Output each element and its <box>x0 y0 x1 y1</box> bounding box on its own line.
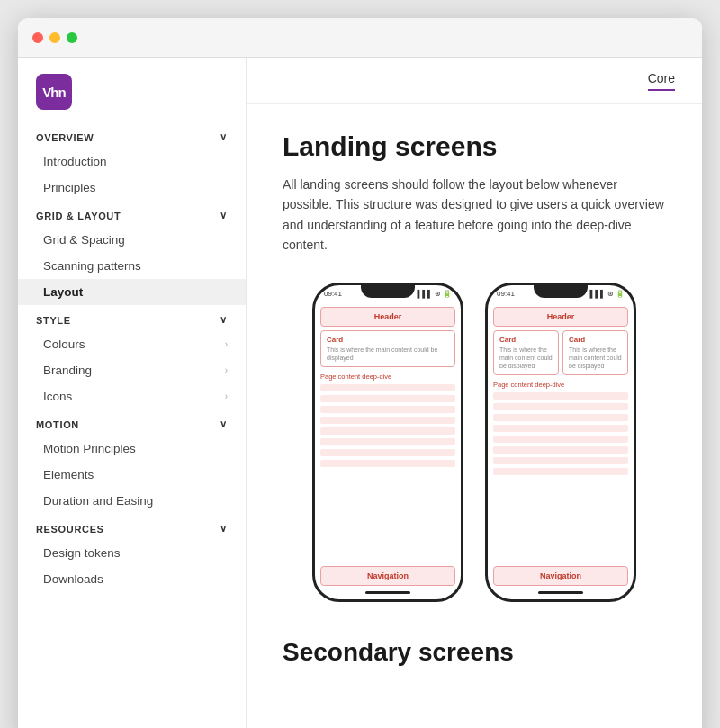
content-line <box>493 468 628 475</box>
chevron-right-icon: › <box>225 391 228 401</box>
phone2-header: Header <box>493 307 628 327</box>
content-line <box>493 457 628 464</box>
content-line <box>493 414 628 421</box>
section-resources[interactable]: RESOURCES ∨ <box>18 514 246 540</box>
content-line <box>320 460 455 467</box>
phone-mockup-2: 09:41 ▌▌▌ ⊛ 🔋 Header Card This is where … <box>485 283 636 602</box>
titlebar <box>18 18 702 58</box>
phone1-content-lines <box>315 384 461 561</box>
phone2-deep-dive: Page content deep-dive <box>493 381 628 389</box>
sidebar-logo: Vhn <box>18 58 246 122</box>
minimize-button[interactable] <box>50 32 60 43</box>
phone2-inner: Header Card This is where the main conte… <box>488 303 634 591</box>
phone2-card-row: Card This is where the main content coul… <box>493 330 628 375</box>
content-line <box>493 436 628 443</box>
content-line <box>320 427 455 435</box>
home-indicator <box>538 591 583 594</box>
chevron-down-icon: ∨ <box>220 131 228 143</box>
sidebar-item-downloads[interactable]: Downloads <box>18 566 246 592</box>
sidebar-item-principles[interactable]: Principles <box>18 175 246 201</box>
content-line <box>320 438 455 445</box>
phone1-nav: Navigation <box>320 566 455 586</box>
section-overview[interactable]: OVERVIEW ∨ <box>18 122 246 148</box>
sidebar-item-layout[interactable]: Layout <box>18 279 246 305</box>
sidebar-item-motion-principles[interactable]: Motion Principles <box>18 436 246 462</box>
content-line <box>320 395 455 402</box>
app-body: Vhn OVERVIEW ∨ Introduction Principles G… <box>18 58 702 728</box>
main-content: Core Landing screens All landing screens… <box>247 58 702 728</box>
traffic-lights <box>32 32 77 43</box>
phone2-nav: Navigation <box>493 566 628 586</box>
phone2-card2: Card This is where the main content coul… <box>562 330 628 375</box>
sidebar-item-colours[interactable]: Colours › <box>18 331 246 357</box>
content-line <box>493 392 628 400</box>
sidebar-item-duration-easing[interactable]: Duration and Easing <box>18 488 246 514</box>
chevron-right-icon: › <box>225 365 228 375</box>
content-area: Landing screens All landing screens shou… <box>247 104 702 703</box>
section-motion[interactable]: MOTION ∨ <box>18 409 246 436</box>
sidebar-item-branding[interactable]: Branding › <box>18 357 246 383</box>
content-line <box>493 425 628 432</box>
sidebar-item-design-tokens[interactable]: Design tokens <box>18 540 246 566</box>
logo-icon: Vhn <box>36 74 72 110</box>
section-grid-layout[interactable]: GRID & LAYOUT ∨ <box>18 201 246 227</box>
sidebar-item-grid-spacing[interactable]: Grid & Spacing <box>18 227 246 253</box>
chevron-down-icon: ∨ <box>220 314 228 326</box>
chevron-down-icon: ∨ <box>220 210 228 221</box>
chevron-right-icon: › <box>225 339 228 349</box>
phone1-card-row: Card This is where the main content coul… <box>320 330 455 367</box>
maximize-button[interactable] <box>67 32 77 43</box>
top-nav: Core <box>247 58 702 104</box>
content-line <box>320 449 455 456</box>
phone-notch <box>534 285 588 298</box>
phone-notch <box>361 285 415 298</box>
app-window: Vhn OVERVIEW ∨ Introduction Principles G… <box>18 18 702 728</box>
phone2-content-lines <box>488 392 634 561</box>
sidebar-item-introduction[interactable]: Introduction <box>18 148 246 175</box>
home-indicator <box>365 591 410 594</box>
sidebar: Vhn OVERVIEW ∨ Introduction Principles G… <box>18 58 247 728</box>
phones-container: 09:41 ▌▌▌ ⊛ 🔋 Header Card This is where … <box>283 283 666 602</box>
secondary-title: Secondary screens <box>283 638 666 667</box>
chevron-down-icon: ∨ <box>220 418 228 430</box>
page-title: Landing screens <box>283 131 666 162</box>
phone1-inner: Header Card This is where the main conte… <box>315 303 461 591</box>
page-description: All landing screens should follow the la… <box>283 175 666 256</box>
phone1-header: Header <box>320 307 455 327</box>
sidebar-item-elements[interactable]: Elements <box>18 462 246 488</box>
phone1-deep-dive: Page content deep-dive <box>320 373 455 381</box>
phone2-card1: Card This is where the main content coul… <box>493 330 559 375</box>
close-button[interactable] <box>32 32 43 43</box>
content-line <box>320 406 455 413</box>
nav-core[interactable]: Core <box>648 71 675 91</box>
phone-mockup-1: 09:41 ▌▌▌ ⊛ 🔋 Header Card This is where … <box>312 283 464 602</box>
content-line <box>320 417 455 424</box>
phone1-card: Card This is where the main content coul… <box>320 330 455 367</box>
content-line <box>320 384 455 391</box>
content-line <box>493 446 628 454</box>
sidebar-item-scanning-patterns[interactable]: Scanning patterns <box>18 253 246 279</box>
chevron-down-icon: ∨ <box>220 523 228 535</box>
sidebar-item-icons[interactable]: Icons › <box>18 383 246 409</box>
content-line <box>493 403 628 410</box>
section-style[interactable]: STYLE ∨ <box>18 305 246 331</box>
